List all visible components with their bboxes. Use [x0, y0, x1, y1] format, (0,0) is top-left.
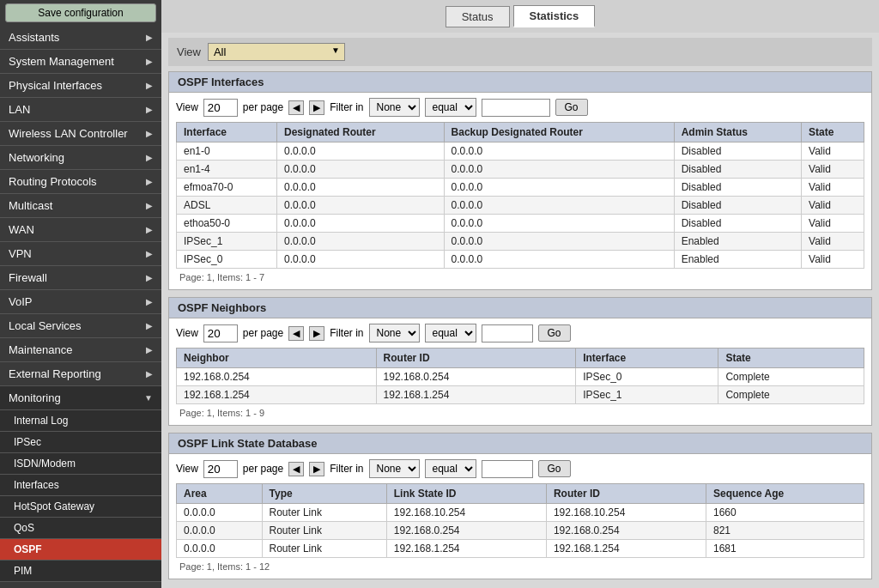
- topbar: Status Statistics: [161, 0, 879, 33]
- ospf-neighbors-body: View 20 per page ◀ ▶ Filter in None equa…: [169, 318, 871, 425]
- cell-seq-age: 1660: [706, 504, 864, 522]
- sidebar-item-monitoring[interactable]: Monitoring ▼: [0, 386, 161, 410]
- cell-admin-status: Enabled: [674, 251, 801, 269]
- sidebar-item-physical-interfaces[interactable]: Physical Interfaces ▶: [0, 74, 161, 98]
- sidebar-sub-pim[interactable]: PIM: [0, 561, 161, 582]
- col-interface: Interface: [177, 123, 277, 142]
- sidebar-sub-label: Internal Log: [14, 415, 68, 427]
- statistics-tab[interactable]: Statistics: [513, 5, 596, 27]
- sidebar-item-networking[interactable]: Networking ▶: [0, 146, 161, 170]
- status-tab[interactable]: Status: [446, 6, 510, 27]
- chevron-right-icon: ▶: [146, 249, 153, 258]
- cell-state: Valid: [802, 142, 864, 161]
- sidebar-item-routing-protocols[interactable]: Routing Protocols ▶: [0, 170, 161, 194]
- sidebar-sub-qos[interactable]: QoS: [0, 518, 161, 539]
- chevron-right-icon: ▶: [146, 177, 153, 186]
- cell-type: Router Link: [262, 540, 386, 558]
- next-page-btn-nb[interactable]: ▶: [309, 326, 324, 341]
- sidebar-item-local-services[interactable]: Local Services ▶: [0, 314, 161, 338]
- sidebar-item-wan[interactable]: WAN ▶: [0, 218, 161, 242]
- filter-value-nb[interactable]: [482, 324, 533, 342]
- cell-admin-status: Disabled: [674, 215, 801, 233]
- equal-select-if[interactable]: equal: [425, 98, 476, 117]
- col-designated-router: Designated Router: [277, 123, 445, 142]
- sidebar-sub-isdn-modem[interactable]: ISDN/Modem: [0, 453, 161, 475]
- sidebar-sub-label: HotSpot Gateway: [14, 500, 94, 512]
- table-row: IPSec_1 0.0.0.0 0.0.0.0 Enabled Valid: [177, 233, 864, 251]
- cell-router-id: 192.168.10.254: [546, 504, 706, 522]
- col-router-id: Router ID: [376, 349, 576, 368]
- col-neighbor: Neighbor: [177, 349, 377, 368]
- filter-label-if: Filter in: [330, 101, 363, 113]
- sidebar-item-assistants[interactable]: Assistants ▶: [0, 26, 161, 50]
- ospf-link-state-per-page-input[interactable]: 20: [203, 460, 238, 478]
- sidebar-sub-label: QoS: [14, 522, 34, 534]
- sidebar-item-multicast[interactable]: Multicast ▶: [0, 194, 161, 218]
- chevron-right-icon: ▶: [146, 225, 153, 234]
- sidebar-item-wireless-lan[interactable]: Wireless LAN Controller ▶: [0, 122, 161, 146]
- ospf-neighbors-page-info: Page: 1, Items: 1 - 9: [176, 404, 864, 420]
- go-btn-if[interactable]: Go: [555, 99, 588, 116]
- go-btn-ls[interactable]: Go: [538, 460, 571, 477]
- per-page-label-if: per page: [243, 101, 283, 113]
- sidebar-item-label: System Management: [9, 55, 114, 68]
- ospf-link-state-page-info: Page: 1, Items: 1 - 12: [176, 558, 864, 573]
- ospf-neighbors-header: OSPF Neighbors: [169, 298, 871, 318]
- prev-page-btn-ls[interactable]: ◀: [288, 462, 304, 476]
- sidebar-item-lan[interactable]: LAN ▶: [0, 98, 161, 122]
- filter-select-ls[interactable]: None: [369, 459, 420, 478]
- sidebar-item-external-reporting[interactable]: External Reporting ▶: [0, 362, 161, 386]
- ospf-interfaces-per-page-input[interactable]: 20: [203, 99, 238, 117]
- sidebar-item-voip[interactable]: VoIP ▶: [0, 290, 161, 314]
- cell-interface: IPSec_1: [576, 386, 718, 404]
- sidebar-item-label: Physical Interfaces: [9, 79, 102, 92]
- cell-backup: 0.0.0.0: [444, 142, 674, 161]
- table-header-row: Interface Designated Router Backup Desig…: [177, 123, 864, 142]
- sidebar-item-label: LAN: [9, 103, 30, 116]
- table-row: ADSL 0.0.0.0 0.0.0.0 Disabled Valid: [177, 197, 864, 215]
- view-label-if: View: [176, 101, 198, 113]
- ospf-link-state-tbody: 0.0.0.0 Router Link 192.168.10.254 192.1…: [177, 504, 864, 558]
- next-page-btn-ls[interactable]: ▶: [309, 462, 324, 476]
- sidebar-item-maintenance[interactable]: Maintenance ▶: [0, 338, 161, 362]
- sidebar: Save configuration Assistants ▶ System M…: [0, 0, 161, 588]
- sidebar-sub-label: IPSec: [14, 436, 41, 448]
- cell-state: Valid: [802, 197, 864, 215]
- sidebar-sub-ospf[interactable]: OSPF: [0, 539, 161, 561]
- chevron-right-icon: ▶: [146, 297, 153, 306]
- sidebar-item-system-management[interactable]: System Management ▶: [0, 50, 161, 74]
- sidebar-sub-interfaces[interactable]: Interfaces: [0, 475, 161, 496]
- filter-value-if[interactable]: [482, 99, 550, 117]
- prev-page-btn-if[interactable]: ◀: [288, 100, 304, 115]
- equal-select-nb[interactable]: equal: [425, 324, 476, 342]
- next-page-btn-if[interactable]: ▶: [309, 100, 324, 115]
- go-btn-nb[interactable]: Go: [538, 324, 571, 342]
- equal-select-ls[interactable]: equal: [425, 459, 476, 478]
- view-label-nb: View: [176, 327, 198, 339]
- sidebar-item-firewall[interactable]: Firewall ▶: [0, 266, 161, 290]
- cell-designated: 0.0.0.0: [277, 251, 445, 269]
- sidebar-item-vpn[interactable]: VPN ▶: [0, 242, 161, 266]
- prev-page-btn-nb[interactable]: ◀: [288, 326, 304, 341]
- sidebar-sub-internal-log[interactable]: Internal Log: [0, 410, 161, 432]
- ospf-neighbors-per-page-input[interactable]: 20: [203, 324, 238, 342]
- cell-admin-status: Disabled: [674, 161, 801, 179]
- sidebar-sub-label: Interfaces: [14, 479, 59, 491]
- sidebar-sub-hotspot-gateway[interactable]: HotSpot Gateway: [0, 496, 161, 518]
- cell-seq-age: 821: [706, 522, 864, 540]
- ospf-neighbors-panel: OSPF Neighbors View 20 per page ◀ ▶ Filt…: [168, 297, 872, 426]
- filter-select-nb[interactable]: None: [369, 324, 420, 342]
- cell-interface: ethoa50-0: [177, 215, 277, 233]
- sidebar-sub-ipsec[interactable]: IPSec: [0, 432, 161, 453]
- sidebar-item-label: VPN: [9, 247, 32, 260]
- cell-designated: 0.0.0.0: [277, 215, 445, 233]
- cell-link-state-id: 192.168.1.254: [386, 540, 546, 558]
- cell-admin-status: Disabled: [674, 142, 801, 161]
- cell-state: Valid: [802, 161, 864, 179]
- filter-value-ls[interactable]: [482, 460, 533, 478]
- view-all-select-wrap[interactable]: All: [208, 43, 345, 61]
- table-row: ethoa50-0 0.0.0.0 0.0.0.0 Disabled Valid: [177, 215, 864, 233]
- view-all-select[interactable]: All: [208, 43, 345, 61]
- save-config-button[interactable]: Save configuration: [5, 3, 156, 22]
- filter-select-if[interactable]: None: [369, 98, 420, 117]
